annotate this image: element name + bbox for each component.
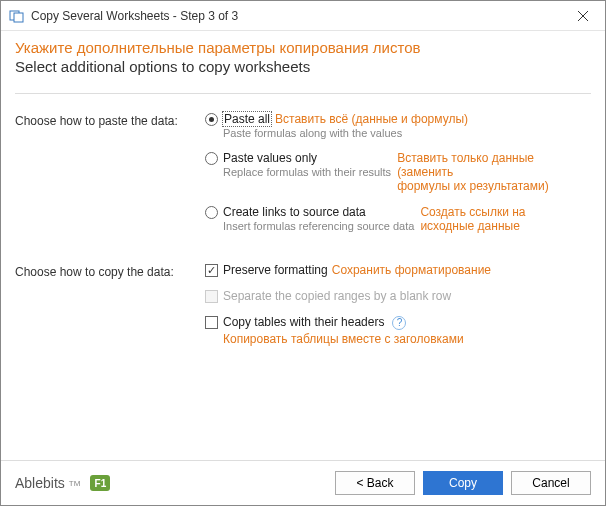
paste-values-annotation: Вставить только данные (заменить формулы… (397, 151, 591, 193)
preserve-label: Preserve formatting (223, 263, 328, 277)
checkbox-icon (205, 316, 218, 329)
copy-section: Choose how to copy the data: ✓ Preserve … (15, 263, 591, 346)
paste-values-desc: Replace formulas with their results (223, 166, 391, 178)
paste-section: Choose how to paste the data: Paste all … (15, 112, 591, 233)
radio-icon (205, 206, 218, 219)
paste-all-label: Paste all (223, 112, 271, 126)
preserve-annotation: Сохранить форматирование (332, 263, 491, 277)
paste-section-label: Choose how to paste the data: (15, 112, 205, 128)
footer: AblebitsTM F1 < Back Copy Cancel (1, 460, 605, 505)
help-icon[interactable]: ? (392, 316, 406, 330)
copy-button[interactable]: Copy (423, 471, 503, 495)
headers-annotation: Копировать таблицы вместе с заголовками (223, 332, 591, 346)
heading-annotation: Укажите дополнительные параметры копиров… (15, 39, 591, 56)
heading: Select additional options to copy worksh… (15, 58, 591, 75)
titlebar: Copy Several Worksheets - Step 3 of 3 (1, 1, 605, 31)
checkbox-icon (205, 290, 218, 303)
checkbox-icon: ✓ (205, 264, 218, 277)
content: Choose how to paste the data: Paste all … (1, 94, 605, 460)
f1-help-badge[interactable]: F1 (90, 475, 110, 491)
header: Укажите дополнительные параметры копиров… (1, 31, 605, 85)
separate-label: Separate the copied ranges by a blank ro… (223, 289, 451, 303)
trademark: TM (69, 479, 81, 488)
radio-icon (205, 113, 218, 126)
headers-label: Copy tables with their headers (223, 315, 384, 329)
copy-section-label: Choose how to copy the data: (15, 263, 205, 279)
app-icon (9, 8, 25, 24)
brand-name: Ablebits (15, 475, 65, 491)
radio-paste-all[interactable]: Paste all Вставить всё (данные и формулы… (205, 112, 591, 139)
svg-rect-1 (14, 13, 23, 22)
checkbox-preserve-formatting[interactable]: ✓ Preserve formatting Сохранить форматир… (205, 263, 591, 277)
back-button[interactable]: < Back (335, 471, 415, 495)
paste-all-desc: Paste formulas along with the values (223, 127, 591, 139)
checkbox-separate-rows: Separate the copied ranges by a blank ro… (205, 289, 591, 303)
radio-icon (205, 152, 218, 165)
radio-paste-values[interactable]: Paste values only Replace formulas with … (205, 151, 591, 193)
checkbox-copy-headers[interactable]: Copy tables with their headers ? (205, 315, 591, 330)
close-button[interactable] (560, 1, 605, 31)
radio-create-links[interactable]: Create links to source data Insert formu… (205, 205, 591, 233)
brand: AblebitsTM F1 (15, 475, 110, 491)
paste-all-annotation: Вставить всё (данные и формулы) (275, 112, 468, 126)
create-links-desc: Insert formulas referencing source data (223, 220, 414, 232)
cancel-button[interactable]: Cancel (511, 471, 591, 495)
paste-values-label: Paste values only (223, 151, 391, 165)
create-links-annotation: Создать ссылки на исходные данные (420, 205, 591, 233)
create-links-label: Create links to source data (223, 205, 414, 219)
close-icon (578, 11, 588, 21)
window-title: Copy Several Worksheets - Step 3 of 3 (31, 9, 238, 23)
